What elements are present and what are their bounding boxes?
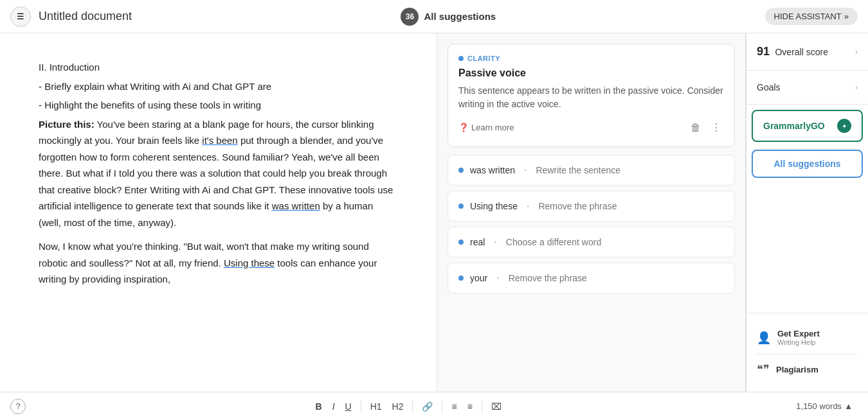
suggestion-row-real[interactable]: real · Choose a different word xyxy=(448,227,735,258)
ordered-list-button[interactable]: ≡ xyxy=(448,399,460,414)
delete-icon: 🗑 xyxy=(691,122,701,133)
formatting-toolbar: B I U H1 H2 🔗 ≡ ≡ ⌧ xyxy=(312,399,505,414)
more-icon: ⋮ xyxy=(711,122,721,133)
clarity-dot xyxy=(458,56,464,61)
ordered-list-icon: ≡ xyxy=(451,401,457,412)
suggestion-row-your[interactable]: your · Remove the phrase xyxy=(448,263,735,293)
bottom-toolbar: ? B I U H1 H2 🔗 ≡ ≡ ⌧ xyxy=(0,392,868,420)
grammarly-go-icon: ✦ xyxy=(837,119,851,133)
outline-line-2: - Briefly explain what Writing with Ai a… xyxy=(39,78,398,95)
clear-format-button[interactable]: ⌧ xyxy=(487,399,505,414)
italic-button[interactable]: I xyxy=(329,399,339,414)
h1-button[interactable]: H1 xyxy=(366,399,386,414)
suggestions-panel: CLARITY Passive voice This sentence appe… xyxy=(437,33,746,392)
paragraph-2: Now, I know what you're thinking. "But w… xyxy=(39,238,398,288)
row-word-2: Using these xyxy=(470,201,518,211)
more-options-button[interactable]: ⋮ xyxy=(709,119,724,136)
row-word-4: your xyxy=(470,273,487,283)
outline-line-1: II. Introduction xyxy=(39,59,398,76)
score-area: 91 Overall score xyxy=(757,45,828,58)
grammarly-go-button[interactable]: GrammarlyGO ✦ xyxy=(752,110,863,142)
expert-label: Get Expert xyxy=(777,329,820,338)
suggestion-row-using-these[interactable]: Using these · Remove the phrase xyxy=(448,191,735,222)
menu-icon: ☰ xyxy=(17,12,24,21)
row-action-4: Remove the phrase xyxy=(509,273,587,283)
suggestion-row-was-written[interactable]: was written · Rewrite the sentence xyxy=(448,155,735,186)
row-action-2: Remove the phrase xyxy=(538,201,617,211)
h2-icon: H2 xyxy=(392,401,404,412)
toolbar-separator-2 xyxy=(412,401,413,412)
bold-icon: B xyxy=(316,401,322,412)
score-label: Overall score xyxy=(775,47,827,57)
card-footer: ❓ Learn more 🗑 ⋮ xyxy=(458,119,724,136)
plagiarism-icon: ❝❞ xyxy=(757,362,770,376)
learn-more-button[interactable]: ❓ Learn more xyxy=(458,123,514,132)
topbar-left: ☰ Untitled document xyxy=(10,6,132,27)
word-count-label: 1,150 words xyxy=(796,401,842,411)
hide-assistant-label: HIDE ASSISTANT xyxy=(774,12,842,21)
card-description: This sentence appears to be written in t… xyxy=(458,84,724,111)
expert-text-area: Get Expert Writing Help xyxy=(777,329,820,346)
grammarly-go-label: GrammarlyGO xyxy=(763,121,825,131)
editor-content: II. Introduction - Briefly explain what … xyxy=(39,59,398,288)
passive-voice-card: CLARITY Passive voice This sentence appe… xyxy=(448,44,735,147)
paragraph-1: Picture this: You've been staring at a b… xyxy=(39,116,398,231)
suggestions-label: All suggestions xyxy=(424,11,496,22)
delete-suggestion-button[interactable]: 🗑 xyxy=(688,119,703,136)
h1-icon: H1 xyxy=(370,401,382,412)
clear-format-icon: ⌧ xyxy=(491,401,502,412)
h2-button[interactable]: H2 xyxy=(388,399,408,414)
unordered-list-button[interactable]: ≡ xyxy=(464,399,476,414)
plagiarism-label: Plagiarism xyxy=(776,365,818,374)
row-action-1: Rewrite the sentence xyxy=(536,165,620,175)
topbar: ☰ Untitled document 36 All suggestions H… xyxy=(0,0,868,33)
help-icon: ? xyxy=(15,401,20,411)
row-word-3: real xyxy=(470,237,485,247)
underlined-using-these: Using these xyxy=(224,258,275,268)
clarity-text: CLARITY xyxy=(467,55,500,62)
goals-chevron-icon: › xyxy=(855,83,858,92)
row-dot-4 xyxy=(458,276,464,281)
row-word-1: was written xyxy=(470,165,515,175)
row-dot-1 xyxy=(458,168,464,173)
help-button[interactable]: ? xyxy=(10,399,26,414)
goals-row[interactable]: Goals › xyxy=(746,71,868,105)
unordered-list-icon: ≡ xyxy=(467,401,473,412)
learn-more-label: Learn more xyxy=(471,123,514,132)
underline-icon: U xyxy=(345,401,352,412)
hide-assistant-button[interactable]: HIDE ASSISTANT » xyxy=(765,8,858,25)
bold-text-picture-this: Picture this: xyxy=(39,119,95,130)
suggestion-badge: 36 xyxy=(401,8,419,26)
all-suggestions-button[interactable]: All suggestions xyxy=(752,150,863,178)
right-panel: 91 Overall score › Goals › GrammarlyGO ✦… xyxy=(746,33,868,392)
score-number: 91 xyxy=(757,45,770,58)
link-button[interactable]: 🔗 xyxy=(418,399,437,414)
underlined-its-been: it's been xyxy=(202,135,237,146)
card-actions: 🗑 ⋮ xyxy=(688,119,724,136)
underlined-was-written: was written xyxy=(272,200,320,211)
plagiarism-row[interactable]: ❝❞ Plagiarism xyxy=(757,354,858,384)
underline-button[interactable]: U xyxy=(341,399,356,414)
expert-icon: 👤 xyxy=(757,331,771,345)
word-count-button[interactable]: 1,150 words ▲ xyxy=(791,399,858,414)
toolbar-separator-3 xyxy=(442,401,442,412)
goals-label: Goals xyxy=(757,82,781,92)
question-icon: ❓ xyxy=(458,123,469,132)
row-dot-3 xyxy=(458,240,464,245)
bold-button[interactable]: B xyxy=(312,399,326,414)
main-content: II. Introduction - Briefly explain what … xyxy=(0,33,868,392)
row-action-3: Choose a different word xyxy=(506,237,601,247)
word-count-arrow: ▲ xyxy=(844,401,853,411)
document-title: Untitled document xyxy=(39,10,132,23)
row-dot-2 xyxy=(458,204,464,209)
all-suggestions-button-label: All suggestions xyxy=(773,159,840,169)
outline-line-3: - Highlight the benefits of using these … xyxy=(39,97,398,114)
expert-sublabel: Writing Help xyxy=(777,338,820,346)
toolbar-separator-1 xyxy=(361,401,361,412)
toolbar-separator-4 xyxy=(482,401,482,412)
menu-button[interactable]: ☰ xyxy=(10,6,31,27)
editor-area[interactable]: II. Introduction - Briefly explain what … xyxy=(0,33,437,392)
expert-writing-help-row[interactable]: 👤 Get Expert Writing Help xyxy=(757,321,858,354)
overall-score-row[interactable]: 91 Overall score › xyxy=(746,33,868,71)
card-title: Passive voice xyxy=(458,67,724,79)
